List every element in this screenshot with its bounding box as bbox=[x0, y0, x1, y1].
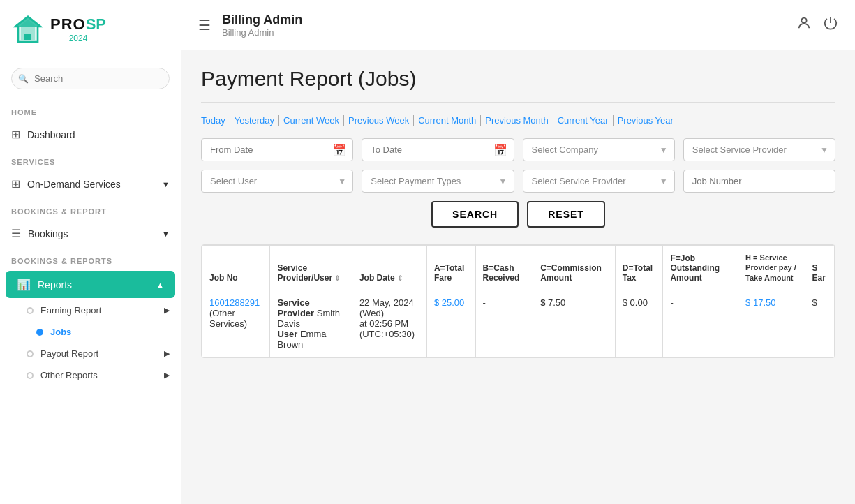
sidebar-item-on-demand[interactable]: ⊞ On-Demand Services ▼ bbox=[0, 170, 181, 198]
topbar-main-title: Billing Admin bbox=[222, 13, 302, 27]
from-date-input[interactable] bbox=[201, 138, 353, 161]
select-company[interactable]: Select Company bbox=[523, 138, 675, 161]
page-title: Payment Report (Jobs) bbox=[201, 67, 835, 91]
filter-row-1: 📅 📅 Select Company ▼ Select Service Prov… bbox=[201, 138, 835, 161]
select-service-provider-2[interactable]: Select Service Provider bbox=[523, 170, 675, 193]
chevron-down-icon: ▼ bbox=[162, 180, 170, 188]
td-sp-user: Service Provider Smith Davis User Emma B… bbox=[270, 290, 352, 357]
topbar: ☰ Billing Admin Billing Admin bbox=[181, 0, 855, 50]
reset-button[interactable]: RESET bbox=[527, 201, 605, 228]
sp-label: Service Provider bbox=[277, 297, 314, 318]
th-cash-received: B=Cash Received bbox=[475, 246, 533, 290]
chevron-up-icon: ▲ bbox=[156, 281, 164, 289]
power-icon[interactable] bbox=[823, 15, 838, 34]
from-date-wrapper: 📅 bbox=[201, 138, 353, 161]
svg-marker-4 bbox=[14, 15, 42, 27]
th-total-tax: D=Total Tax bbox=[615, 246, 663, 290]
td-total-tax: $ 0.00 bbox=[615, 290, 663, 357]
th-job-date: Job Date ⇕ bbox=[352, 246, 426, 290]
topbar-title: Billing Admin Billing Admin bbox=[222, 13, 302, 38]
user-label: User bbox=[277, 329, 297, 339]
select-payment-types[interactable]: Select Payment Types bbox=[362, 170, 514, 193]
date-filter-row: Today Yesterday Current Week Previous We… bbox=[201, 115, 835, 126]
filter-current-week[interactable]: Current Week bbox=[279, 115, 344, 126]
sidebar-subitem-jobs[interactable]: Jobs bbox=[0, 321, 181, 343]
th-sp-user: Service Provider/User ⇕ bbox=[270, 246, 352, 290]
search-input[interactable] bbox=[11, 68, 170, 89]
th-job-no: Job No bbox=[202, 246, 270, 290]
filter-current-year[interactable]: Current Year bbox=[553, 115, 614, 126]
user-icon[interactable] bbox=[796, 15, 812, 34]
payment-report-table: Job No Service Provider/User ⇕ Job Date … bbox=[202, 245, 835, 357]
search-button[interactable]: SEARCH bbox=[431, 201, 519, 228]
page-divider bbox=[201, 102, 835, 103]
table-row: 1601288291 (Other Services) Service Prov… bbox=[202, 290, 835, 357]
select-user[interactable]: Select User bbox=[201, 170, 353, 193]
job-date: 22 May, 2024 (Wed) bbox=[359, 297, 414, 318]
table-header-row: Job No Service Provider/User ⇕ Job Date … bbox=[202, 246, 835, 290]
hamburger-icon[interactable]: ☰ bbox=[198, 17, 211, 34]
th-s-ear: S Ear bbox=[805, 246, 835, 290]
circle-icon bbox=[27, 307, 34, 314]
sidebar-item-reports[interactable]: 📊 Reports ▲ bbox=[6, 271, 175, 298]
job-category: (Other Services) bbox=[209, 308, 247, 329]
sort-icon: ⇕ bbox=[334, 274, 340, 282]
select-service-provider[interactable]: Select Service Provider bbox=[683, 138, 835, 161]
topbar-left: ☰ Billing Admin Billing Admin bbox=[198, 13, 302, 38]
svg-point-5 bbox=[801, 18, 806, 23]
th-sp-pay: H = Service Provider pay / Take Amount bbox=[738, 246, 805, 290]
company-select-wrapper: Select Company ▼ bbox=[523, 138, 675, 161]
sidebar-subitem-payout-report[interactable]: Payout Report ▶ bbox=[0, 343, 181, 364]
on-demand-icon: ⊞ bbox=[11, 177, 20, 191]
filter-current-month[interactable]: Current Month bbox=[414, 115, 481, 126]
circle-active-icon bbox=[36, 329, 43, 336]
td-cash-received: - bbox=[475, 290, 533, 357]
logo-text: PROSP 2024 bbox=[50, 15, 106, 43]
filter-today[interactable]: Today bbox=[201, 115, 230, 126]
page-area: Payment Report (Jobs) Today Yesterday Cu… bbox=[181, 50, 855, 504]
main-content: ☰ Billing Admin Billing Admin Payment Re… bbox=[181, 0, 855, 504]
to-date-input[interactable] bbox=[362, 138, 514, 161]
job-number-link[interactable]: 1601288291 bbox=[209, 297, 260, 308]
sort-icon: ⇕ bbox=[397, 274, 403, 282]
service-provider-select-wrapper: Select Service Provider ▼ bbox=[683, 138, 835, 161]
earning-report-label: Earning Report bbox=[40, 305, 101, 316]
td-outstanding: - bbox=[663, 290, 738, 357]
th-total-fare: A=Total Fare bbox=[426, 246, 475, 290]
sidebar-subitem-other-reports[interactable]: Other Reports ▶ bbox=[0, 364, 181, 386]
sidebar: PROSP 2024 HOME ⊞ Dashboard SERVICES ⊞ O… bbox=[0, 0, 181, 504]
td-total-fare: $ 25.00 bbox=[426, 290, 475, 357]
dashboard-icon: ⊞ bbox=[11, 128, 20, 141]
job-number-input[interactable] bbox=[683, 170, 835, 193]
sidebar-item-dashboard-label: Dashboard bbox=[27, 129, 75, 140]
circle-icon bbox=[27, 350, 34, 357]
total-fare-link[interactable]: $ 25.00 bbox=[434, 297, 464, 308]
filter-previous-year[interactable]: Previous Year bbox=[614, 115, 678, 126]
svg-rect-3 bbox=[24, 34, 31, 40]
jobs-label: Jobs bbox=[50, 327, 71, 337]
user-select-wrapper: Select User ▼ bbox=[201, 170, 353, 193]
chevron-right-icon: ▶ bbox=[164, 306, 170, 315]
filter-previous-week[interactable]: Previous Week bbox=[344, 115, 414, 126]
reports-icon: 📊 bbox=[17, 278, 31, 291]
to-date-wrapper: 📅 bbox=[362, 138, 514, 161]
bookings-icon: ☰ bbox=[11, 227, 21, 240]
sidebar-item-on-demand-label: On-Demand Services bbox=[27, 179, 121, 190]
filter-row-2: Select User ▼ Select Payment Types ▼ Sel… bbox=[201, 170, 835, 193]
sidebar-subitem-earning-report[interactable]: Earning Report ▶ bbox=[0, 299, 181, 321]
sidebar-item-dashboard[interactable]: ⊞ Dashboard bbox=[0, 121, 181, 148]
filter-yesterday[interactable]: Yesterday bbox=[230, 115, 279, 126]
chevron-down-icon: ▼ bbox=[162, 230, 170, 238]
sidebar-item-bookings-label: Bookings bbox=[28, 228, 68, 239]
td-s-ear: $ bbox=[805, 290, 835, 357]
payout-report-label: Payout Report bbox=[40, 348, 98, 359]
section-services-label: SERVICES bbox=[0, 148, 181, 170]
sp-pay-link[interactable]: $ 17.50 bbox=[745, 297, 775, 308]
filter-previous-month[interactable]: Previous Month bbox=[481, 115, 553, 126]
td-commission: $ 7.50 bbox=[533, 290, 616, 357]
chevron-right-icon: ▶ bbox=[164, 349, 170, 358]
td-job-no: 1601288291 (Other Services) bbox=[202, 290, 270, 357]
sidebar-item-bookings[interactable]: ☰ Bookings ▼ bbox=[0, 220, 181, 247]
logo-sp: SP bbox=[86, 15, 106, 33]
td-job-date: 22 May, 2024 (Wed) at 02:56 PM (UTC:+05:… bbox=[352, 290, 426, 357]
